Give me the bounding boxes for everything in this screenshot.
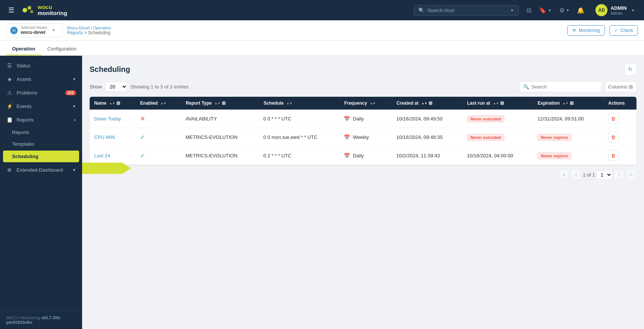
svg-point-1 [27,6,31,10]
row-expiration: Never expires [533,146,603,165]
refresh-button[interactable]: ↻ [624,63,636,75]
name-link[interactable]: CPU MIN [94,134,115,140]
reports-submenu: Reports Templates Scheduling [0,126,82,162]
col-frequency[interactable]: Frequency ▲▼ [339,97,392,110]
admin-name: ADMIN [610,5,627,11]
sidebar-item-label: Extended-Dashboard [17,167,69,173]
filter-icon[interactable]: ⊞ [222,101,226,106]
col-schedule[interactable]: Schedule ▲▼ [259,97,339,110]
sidebar-item-label: Problems [17,90,61,96]
row-enabled: ✓ [136,146,181,165]
realm-info: Selected Realm wocu-devel [21,26,47,35]
hamburger-button[interactable]: ☰ [6,4,17,17]
sidebar-item-reports[interactable]: 📋 Reports ∧ [0,113,82,126]
page-header: Scheduling ↻ [90,63,636,75]
first-page-btn[interactable]: « [559,169,569,180]
last-page-btn[interactable]: » [626,169,636,180]
search-host-dropdown-icon[interactable]: ▼ [510,8,514,12]
col-last-run[interactable]: Last run at ▲▼ ⊞ [462,97,533,110]
name-link[interactable]: Last 24 [94,153,110,158]
col-report-type[interactable]: Report Type ▲▼ ⊞ [181,97,259,110]
filter-icon[interactable]: ⊞ [116,101,120,106]
breadcrumb-top: Wocu-Devel | Operation [67,26,563,30]
bookmark-icon-btn[interactable]: 🔖 ▼ [536,5,555,16]
sidebar-item-extended-dashboard[interactable]: ⊕ Extended-Dashboard ▼ [0,163,82,177]
columns-button[interactable]: Columns ⊞ [605,81,636,92]
search-input[interactable] [531,84,598,90]
col-created-at[interactable]: Created at ▲▼ ⊞ [392,97,462,110]
never-expires-badge: Never expires [537,152,571,159]
row-actions: 🗑 [604,128,636,146]
sidebar-subitem-label: Scheduling [12,154,38,159]
filter-icon[interactable]: ⊞ [570,101,574,106]
filter-icon[interactable]: ⊞ [500,101,504,106]
bell-icon-btn[interactable]: 🔔 [574,5,588,16]
delete-button[interactable]: 🗑 [608,113,619,124]
sort-icon[interactable]: ▲▼ [215,102,221,105]
search-input-wrap: 🔍 [519,81,602,92]
realm-dropdown-icon[interactable]: ▼ [52,28,56,32]
row-enabled: ✓ [136,128,181,146]
tabs-bar: Operation Configuration [0,41,644,56]
breadcrumb-separator: > [84,30,88,35]
sidebar-item-events[interactable]: ⚡ Events ▼ [0,99,82,113]
sort-icon[interactable]: ▲▼ [286,102,292,105]
tab-configuration[interactable]: Configuration [41,43,82,55]
sidebar-item-status[interactable]: ☰ Status [0,59,82,72]
sidebar-menu: ☰ Status ◈ Assets ▼ ⚠ Problems 222 ⚡ Eve… [0,56,82,311]
col-expiration[interactable]: Expiration ▲▼ ⊞ [533,97,603,110]
brand-logo: wocumonitoring [21,3,67,17]
sort-icon[interactable]: ▲▼ [160,102,166,105]
enabled-no-icon: ✕ [140,116,145,122]
monitoring-button[interactable]: 👁 Monitoring [567,25,605,36]
row-last-run: Never executed [462,128,533,146]
row-report-type: METRICS-EVOLUTION [181,128,259,146]
sidebar-item-label: Events [17,104,69,109]
events-chevron-icon: ▼ [72,104,76,108]
search-host-bar[interactable]: 🔍 ▼ [414,5,519,16]
name-link[interactable]: Down Today [94,116,121,122]
never-expires-badge: Never expires [537,134,571,141]
delete-button[interactable]: 🗑 [608,132,619,142]
sort-icon[interactable]: ▲▼ [109,102,115,105]
reports-icon-btn[interactable]: ⊟ [523,5,534,16]
delete-button[interactable]: 🗑 [608,150,619,161]
sort-icon[interactable]: ▲▼ [563,102,569,105]
col-enabled[interactable]: Enabled ▲▼ [136,97,181,110]
sort-icon-active[interactable]: ▲▼ [421,102,427,105]
sidebar-subitem-reports[interactable]: Reports [0,126,82,138]
extended-dashboard-icon: ⊕ [6,167,13,173]
filter-icon[interactable]: ⊞ [429,101,432,106]
sort-icon[interactable]: ▲▼ [493,102,499,105]
sidebar-subitem-templates[interactable]: Templates [0,138,82,150]
settings-icon-btn[interactable]: ⚙ ▼ [556,5,573,16]
row-schedule: 0 0 mon,tue,wed * * UTC [259,128,339,146]
realm-selector[interactable]: W Selected Realm wocu-devel ▼ [6,23,63,37]
page-select[interactable]: 1 [597,170,612,180]
realm-value: wocu-devel [21,30,47,35]
admin-badge[interactable]: AD ADMIN Admin ▼ [592,3,638,18]
admin-dropdown-icon[interactable]: ▼ [631,8,635,12]
check-button[interactable]: ✓ Check [609,25,638,36]
sidebar-item-label: Status [17,63,76,69]
admin-initials: AD [598,8,605,13]
table-row: CPU MIN ✓ METRICS-EVOLUTION 0 0 mon,tue,… [90,128,636,146]
prev-page-btn[interactable]: ‹ [571,169,581,180]
tab-operation[interactable]: Operation [6,43,41,55]
entries-info: Showing 1 to 3 of 3 entries [131,84,189,90]
show-count-select[interactable]: 20 50 100 [105,82,128,92]
search-host-input[interactable] [427,8,507,13]
row-last-run: Never executed [462,110,533,128]
breadcrumb-top-text: Wocu-Devel | Operation [67,26,111,30]
sidebar-subitem-scheduling[interactable]: Scheduling [3,151,79,162]
top-navigation: ☰ wocumonitoring 🔍 ▼ ⊟ 🔖 ▼ ⚙ ▼ 🔔 AD ADMI… [0,0,644,20]
topnav-icons: ⊟ 🔖 ▼ ⚙ ▼ 🔔 [523,5,588,16]
sort-icon[interactable]: ▲▼ [370,102,376,105]
sidebar-item-assets[interactable]: ◈ Assets ▼ [0,72,82,86]
enabled-yes-icon: ✓ [140,134,145,140]
next-page-btn[interactable]: › [614,169,624,180]
sidebar-item-problems[interactable]: ⚠ Problems 222 [0,86,82,99]
breadcrumb-reports-link[interactable]: Reports [67,30,83,35]
pagination: « ‹ 1 of 1 1 › » [90,169,636,180]
col-name[interactable]: Name ▲▼ ⊞ [90,97,136,110]
